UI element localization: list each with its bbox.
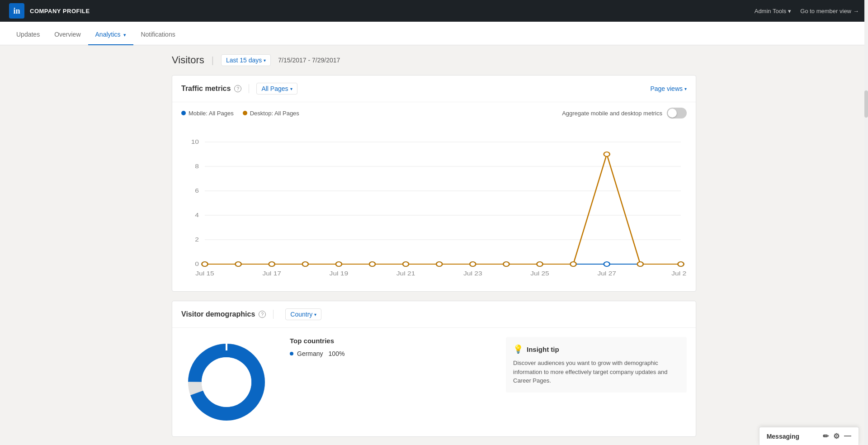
svg-text:Jul 25: Jul 25 [530, 270, 549, 277]
svg-point-31 [336, 262, 342, 266]
demographics-header: Visitor demographics ? Country ▾ [172, 301, 696, 328]
top-bar-left: in COMPANY PROFILE [9, 3, 90, 19]
chart-container: 10 8 6 4 2 0 [181, 128, 687, 282]
svg-point-34 [436, 262, 442, 266]
demographics-divider [273, 310, 274, 319]
svg-point-52 [202, 357, 251, 407]
nav-analytics[interactable]: Analytics ▾ [88, 31, 134, 45]
visitors-divider: | [212, 55, 214, 66]
svg-text:8: 8 [195, 163, 199, 170]
go-to-member-arrow-icon: → [853, 8, 859, 14]
svg-text:Jul 29: Jul 29 [671, 270, 687, 277]
aggregate-label: Aggregate mobile and desktop metrics [562, 110, 662, 117]
svg-point-28 [236, 262, 241, 266]
svg-point-41 [678, 262, 684, 266]
insight-text: Discover audiences you want to grow with… [513, 359, 679, 385]
svg-point-37 [537, 262, 543, 266]
svg-text:Jul 27: Jul 27 [597, 270, 616, 277]
desktop-legend-item: Desktop: All Pages [243, 110, 299, 117]
svg-text:Jul 23: Jul 23 [463, 270, 482, 277]
aggregate-toggle-switch[interactable] [667, 108, 687, 118]
company-name: COMPANY PROFILE [30, 8, 90, 14]
linkedin-logo: in [9, 3, 24, 19]
top-countries-section: Top countries Germany 100% [290, 337, 488, 357]
mobile-legend-item: Mobile: All Pages [181, 110, 234, 117]
country-filter-button[interactable]: Country ▾ [285, 308, 321, 320]
svg-point-40 [637, 262, 643, 266]
admin-tools-dropdown-icon: ▾ [788, 8, 791, 14]
date-filter-dropdown-icon: ▾ [264, 58, 266, 63]
donut-chart [181, 337, 272, 427]
go-to-member-button[interactable]: Go to member view → [800, 8, 859, 14]
page-views-dropdown-icon: ▾ [684, 86, 687, 91]
traffic-card-header: Traffic metrics ? All Pages ▾ Page views… [172, 76, 696, 102]
svg-text:0: 0 [195, 261, 199, 267]
analytics-dropdown-icon: ▾ [123, 32, 126, 38]
country-dropdown-icon: ▾ [314, 312, 316, 317]
demographics-title: Visitor demographics [181, 310, 255, 318]
chart-area: 10 8 6 4 2 0 [172, 124, 696, 291]
nav-overview[interactable]: Overview [47, 31, 88, 45]
desktop-legend-dot [243, 111, 247, 115]
date-filter-button[interactable]: Last 15 days ▾ [221, 54, 271, 66]
demographics-header-left: Visitor demographics ? Country ▾ [181, 308, 321, 320]
all-pages-filter-button[interactable]: All Pages ▾ [256, 83, 297, 95]
messaging-label: Messaging [767, 433, 799, 440]
traffic-chart-svg: 10 8 6 4 2 0 [181, 128, 687, 282]
insight-lightbulb-icon: 💡 [513, 344, 523, 354]
desktop-legend-label: Desktop: All Pages [250, 110, 299, 117]
scrollbar-track [864, 0, 868, 445]
messaging-minimize-icon[interactable]: — [844, 432, 851, 440]
svg-text:Jul 21: Jul 21 [396, 270, 415, 277]
page-content: Visitors | Last 15 days ▾ 7/15/2017 - 7/… [163, 45, 705, 445]
svg-text:4: 4 [195, 212, 199, 218]
svg-text:2: 2 [195, 237, 199, 243]
traffic-metrics-info-icon[interactable]: ? [234, 85, 241, 92]
secondary-nav: Updates Overview Analytics ▾ Notificatio… [0, 22, 868, 45]
svg-point-27 [202, 262, 208, 266]
page-views-button[interactable]: Page views ▾ [650, 85, 687, 92]
insight-title: Insight tip [527, 346, 559, 353]
donut-svg [181, 337, 272, 427]
germany-name: Germany [297, 350, 323, 357]
top-bar-right: Admin Tools ▾ Go to member view → [755, 8, 859, 14]
svg-text:Jul 19: Jul 19 [330, 270, 349, 277]
messaging-widget[interactable]: Messaging ✏ ⚙ — [759, 427, 859, 445]
svg-point-29 [269, 262, 275, 266]
svg-point-32 [369, 262, 375, 266]
svg-text:6: 6 [195, 188, 199, 194]
svg-point-35 [470, 262, 476, 266]
aggregate-toggle-section: Aggregate mobile and desktop metrics [562, 108, 687, 118]
svg-point-36 [503, 262, 509, 266]
insight-header: 💡 Insight tip [513, 344, 679, 354]
svg-text:10: 10 [191, 139, 199, 145]
mobile-legend-dot [181, 111, 186, 115]
traffic-metrics-card: Traffic metrics ? All Pages ▾ Page views… [172, 75, 696, 292]
svg-point-39 [604, 152, 610, 156]
svg-text:Jul 15: Jul 15 [195, 270, 214, 277]
nav-notifications[interactable]: Notifications [133, 31, 182, 45]
traffic-card-header-left: Traffic metrics ? All Pages ▾ [181, 83, 297, 95]
demographics-info-icon[interactable]: ? [259, 311, 266, 318]
svg-point-30 [302, 262, 308, 266]
messaging-actions: ✏ ⚙ — [823, 432, 851, 440]
germany-percentage: 100% [329, 350, 345, 357]
svg-point-33 [403, 262, 409, 266]
traffic-metrics-title: Traffic metrics [181, 85, 231, 93]
visitors-header: Visitors | Last 15 days ▾ 7/15/2017 - 7/… [172, 54, 696, 66]
legend-row: Mobile: All Pages Desktop: All Pages Agg… [172, 102, 696, 124]
all-pages-dropdown-icon: ▾ [290, 86, 292, 91]
svg-point-38 [571, 262, 576, 266]
insight-box: 💡 Insight tip Discover audiences you wan… [506, 337, 687, 393]
mobile-legend-label: Mobile: All Pages [189, 110, 234, 117]
messaging-compose-icon[interactable]: ✏ [823, 432, 829, 440]
scrollbar-thumb[interactable] [864, 90, 868, 118]
germany-dot [290, 352, 293, 355]
admin-tools-button[interactable]: Admin Tools ▾ [755, 8, 792, 14]
nav-updates[interactable]: Updates [9, 31, 47, 45]
svg-text:Jul 17: Jul 17 [262, 270, 281, 277]
messaging-settings-icon[interactable]: ⚙ [833, 432, 840, 440]
demographics-card: Visitor demographics ? Country ▾ [172, 301, 696, 437]
country-row-germany: Germany 100% [290, 350, 488, 357]
legend-items: Mobile: All Pages Desktop: All Pages [181, 110, 299, 117]
